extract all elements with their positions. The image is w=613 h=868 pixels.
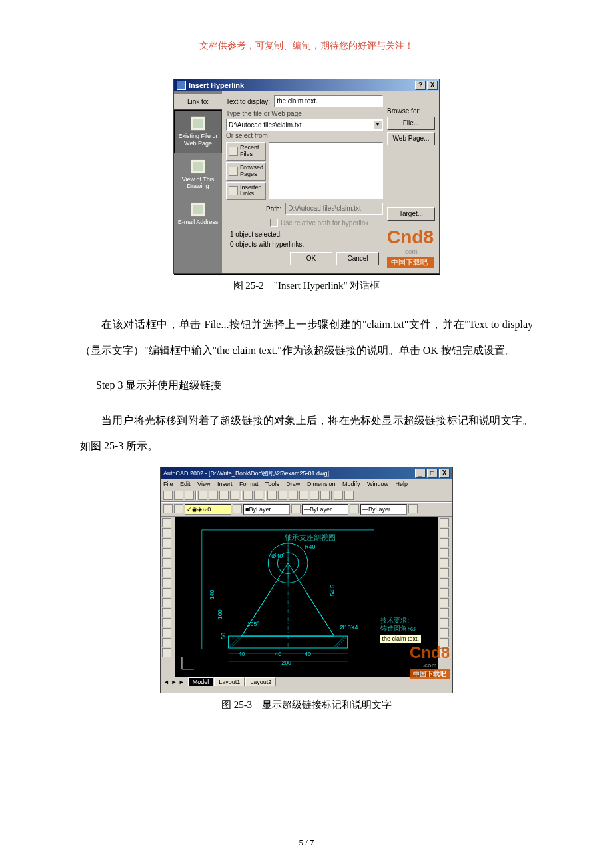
relative-path-checkbox[interactable]	[270, 219, 278, 227]
nav-existing-file[interactable]: Existing File or Web Page	[174, 110, 222, 153]
drawing-canvas[interactable]: 轴承支座剖视图	[175, 517, 438, 677]
tool-icon[interactable]	[440, 628, 449, 637]
toolbar-icon[interactable]	[344, 491, 354, 500]
tool-icon[interactable]	[162, 638, 171, 647]
toolbar-icon[interactable]	[278, 491, 287, 500]
toolbar-icon[interactable]	[254, 491, 263, 500]
toolbar-icon[interactable]	[174, 504, 183, 513]
tool-icon[interactable]	[162, 558, 171, 567]
toolbar-icon[interactable]	[198, 491, 207, 500]
tool-icon[interactable]	[162, 538, 171, 547]
toolbar-icon[interactable]	[334, 491, 343, 500]
tab-layout2[interactable]: Layout2	[245, 677, 276, 686]
lineweight-combo[interactable]: — ByLayer	[360, 504, 407, 515]
toolbar-icon[interactable]	[299, 491, 308, 500]
tool-icon[interactable]	[440, 528, 449, 537]
toolbar-icon[interactable]	[219, 491, 229, 500]
tool-icon[interactable]	[162, 518, 171, 527]
menu-dimension[interactable]: Dimension	[307, 481, 336, 487]
toolbar-icon[interactable]	[163, 491, 173, 500]
source-list[interactable]	[269, 142, 383, 199]
tool-icon[interactable]	[440, 558, 449, 567]
tool-icon[interactable]	[440, 618, 449, 627]
figure-25-3-caption: 图 25-3 显示超级链接标记和说明文字	[221, 699, 392, 711]
tool-icon[interactable]	[162, 618, 171, 627]
nav-email[interactable]: E-mail Address	[174, 196, 222, 232]
svg-line-11	[233, 637, 242, 647]
drawing-title: 轴承支座剖视图	[285, 533, 336, 541]
tool-icon[interactable]	[440, 578, 449, 587]
path-display: D:\Autocad files\claim.txt	[285, 203, 383, 215]
tool-icon[interactable]	[162, 628, 171, 637]
tool-icon[interactable]	[440, 538, 449, 547]
tool-icon[interactable]	[440, 598, 449, 607]
menu-draw[interactable]: Draw	[286, 481, 300, 487]
help-button[interactable]: ?	[415, 81, 426, 90]
tool-icon[interactable]	[162, 608, 171, 617]
toolbar-icon[interactable]	[320, 491, 330, 500]
cad-titlebar: AutoCAD 2002 - [D:\Write_Book\Doc\图纸\25\…	[161, 467, 452, 479]
tool-icon[interactable]	[440, 548, 449, 557]
menu-format[interactable]: Format	[239, 481, 259, 487]
toolbar-icon[interactable]	[163, 504, 173, 513]
figure-25-2: Insert Hyperlink ? X Link to: Existing F…	[80, 79, 533, 292]
toolbar-icon[interactable]	[233, 504, 242, 513]
tool-icon[interactable]	[162, 528, 171, 537]
toolbar-icon[interactable]	[289, 491, 298, 500]
tool-icon[interactable]	[440, 608, 449, 617]
web-page-button[interactable]: Web Page...	[387, 132, 435, 145]
text-display-input[interactable]: the claim text.	[274, 95, 383, 107]
browsed-pages-tab[interactable]: Browsed Pages	[226, 162, 266, 181]
close-button[interactable]: X	[427, 81, 438, 90]
minimize-button[interactable]: _	[415, 469, 426, 478]
ok-button[interactable]: OK	[290, 252, 332, 265]
cad-menubar[interactable]: File Edit View Insert Format Tools Draw …	[161, 479, 452, 489]
file-path-dropdown[interactable]: D:\Autocad files\claim.txt ▼	[226, 119, 383, 131]
nav-view-drawing[interactable]: View of This Drawing	[174, 153, 222, 197]
tab-layout1[interactable]: Layout1	[214, 677, 245, 686]
menu-tools[interactable]: Tools	[265, 481, 279, 487]
target-button[interactable]: Target...	[387, 207, 435, 221]
chevron-down-icon[interactable]: ▼	[373, 120, 382, 129]
toolbar-icon[interactable]	[291, 504, 301, 513]
menu-insert[interactable]: Insert	[217, 481, 233, 487]
inserted-links-tab[interactable]: Inserted Links	[226, 182, 266, 201]
svg-text:140: 140	[209, 590, 215, 600]
toolbar-icon[interactable]	[174, 491, 183, 500]
layer-combo[interactable]: ✓◉◈☼0	[185, 504, 231, 515]
path-label: Path:	[266, 205, 281, 213]
svg-text:40: 40	[239, 651, 245, 657]
maximize-button[interactable]: □	[427, 469, 438, 478]
menu-modify[interactable]: Modify	[342, 481, 360, 487]
tool-icon[interactable]	[162, 648, 171, 657]
toolbar-icon[interactable]	[243, 491, 253, 500]
menu-file[interactable]: File	[163, 481, 173, 487]
tool-icon[interactable]	[440, 568, 449, 577]
toolbar-icon[interactable]	[310, 491, 319, 500]
toolbar-icon[interactable]	[209, 491, 218, 500]
tool-icon[interactable]	[440, 588, 449, 597]
tool-icon[interactable]	[162, 568, 171, 577]
tool-icon[interactable]	[162, 548, 171, 557]
tool-icon[interactable]	[162, 578, 171, 587]
toolbar-icon[interactable]	[185, 491, 194, 500]
menu-edit[interactable]: Edit	[180, 481, 191, 487]
toolbar-icon[interactable]	[267, 491, 277, 500]
cancel-button[interactable]: Cancel	[336, 252, 379, 265]
toolbar-icon[interactable]	[350, 504, 359, 513]
tool-icon[interactable]	[440, 518, 449, 527]
linetype-combo[interactable]: — ByLayer	[302, 504, 348, 515]
menu-window[interactable]: Window	[367, 481, 388, 487]
tool-icon[interactable]	[162, 598, 171, 607]
menu-help[interactable]: Help	[396, 481, 408, 487]
cad-close-button[interactable]: X	[439, 469, 450, 478]
tab-model[interactable]: Model	[188, 677, 214, 686]
toolbar-icon[interactable]	[408, 504, 418, 513]
recent-files-tab[interactable]: Recent Files	[226, 142, 266, 161]
toolbar-icon[interactable]	[230, 491, 239, 500]
tool-icon[interactable]	[162, 588, 171, 597]
color-combo[interactable]: ■ ByLayer	[243, 504, 290, 515]
menu-view[interactable]: View	[197, 481, 210, 487]
svg-text:40: 40	[305, 651, 311, 657]
file-button[interactable]: File...	[387, 117, 435, 130]
